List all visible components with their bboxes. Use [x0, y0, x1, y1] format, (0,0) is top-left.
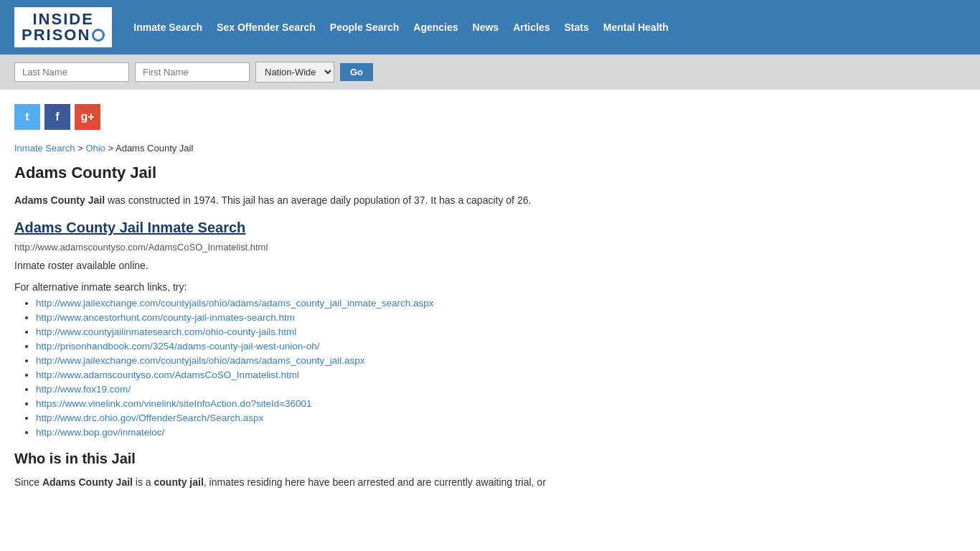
list-item: http://www.jailexchange.com/countyjails/… — [36, 297, 631, 309]
page-title: Adams County Jail — [14, 164, 631, 182]
alt-link-5[interactable]: http://www.jailexchange.com/countyjails/… — [36, 355, 365, 366]
alt-link-10[interactable]: http://www.bop.gov/inmateloc/ — [36, 427, 164, 438]
logo-prison-text: PRISON — [22, 27, 105, 43]
list-item: https://www.vinelink.com/vinelink/siteIn… — [36, 397, 631, 409]
breadcrumb-ohio[interactable]: Ohio — [85, 143, 105, 154]
nav-stats[interactable]: Stats — [565, 22, 589, 33]
nav-news[interactable]: News — [473, 22, 499, 33]
breadcrumb: Inmate Search > Ohio > Adams County Jail — [14, 143, 631, 154]
list-item: http://www.bop.gov/inmateloc/ — [36, 426, 631, 438]
nav-sex-offender-search[interactable]: Sex Offender Search — [217, 22, 316, 33]
nav-people-search[interactable]: People Search — [330, 22, 400, 33]
breadcrumb-separator2: > — [108, 143, 116, 154]
who-bold2: county jail — [154, 476, 204, 488]
list-item: http://www.fox19.com/ — [36, 383, 631, 395]
alt-link-7[interactable]: http://www.fox19.com/ — [36, 384, 131, 395]
list-item: http://www.jailexchange.com/countyjails/… — [36, 354, 631, 366]
alt-links-intro: For alternative inmate search links, try… — [14, 281, 631, 293]
alt-link-3[interactable]: http://www.countyjailinmatesearch.com/oh… — [36, 326, 296, 337]
breadcrumb-separator1: > — [77, 143, 85, 154]
who-text-start: Since — [14, 476, 42, 488]
alt-link-2[interactable]: http://www.ancestorhunt.com/county-jail-… — [36, 312, 295, 323]
roster-text: Inmate roster available online. — [14, 260, 631, 271]
logo-circle-icon — [92, 29, 105, 42]
site-logo[interactable]: INSIDE PRISON — [14, 7, 112, 47]
last-name-input[interactable] — [14, 62, 129, 82]
list-item: http://www.adamscountyso.com/AdamsCoSO_I… — [36, 369, 631, 380]
main-content: t f g+ Inmate Search > Ohio > Adams Coun… — [0, 90, 646, 505]
list-item: http://prisonhandbook.com/3254/adams-cou… — [36, 340, 631, 352]
description-bold: Adams County Jail — [14, 194, 105, 206]
facebook-icon[interactable]: f — [44, 104, 70, 130]
jail-description: Adams County Jail was constructed in 197… — [14, 192, 631, 208]
who-bold1: Adams County Jail — [42, 476, 133, 488]
breadcrumb-inmate-search[interactable]: Inmate Search — [14, 143, 75, 154]
alt-links-list: http://www.jailexchange.com/countyjails/… — [14, 297, 631, 438]
go-button[interactable]: Go — [340, 63, 373, 81]
nav-mental-health[interactable]: Mental Health — [603, 22, 669, 33]
alt-link-9[interactable]: http://www.drc.ohio.gov/OffenderSearch/S… — [36, 413, 263, 423]
inmate-url-text: http://www.adamscountyso.com/AdamsCoSO_I… — [14, 242, 631, 253]
who-section-text: Since Adams County Jail is a county jail… — [14, 474, 631, 490]
location-select[interactable]: Nation-Wide — [255, 62, 334, 83]
alt-link-8[interactable]: https://www.vinelink.com/vinelink/siteIn… — [36, 398, 312, 409]
list-item: http://www.drc.ohio.gov/OffenderSearch/S… — [36, 412, 631, 423]
who-text-middle: is a — [133, 476, 154, 488]
alt-link-1[interactable]: http://www.jailexchange.com/countyjails/… — [36, 298, 434, 309]
inmate-search-main-link[interactable]: Adams County Jail Inmate Search — [14, 220, 245, 235]
alt-link-6[interactable]: http://www.adamscountyso.com/AdamsCoSO_I… — [36, 369, 299, 380]
list-item: http://www.ancestorhunt.com/county-jail-… — [36, 311, 631, 323]
google-plus-icon[interactable]: g+ — [75, 104, 100, 130]
logo-inside-text: INSIDE — [33, 11, 94, 27]
first-name-input[interactable] — [135, 62, 250, 82]
description-text: was constructed in 1974. This jail has a… — [105, 194, 531, 206]
who-text-end: , inmates residing here have been arrest… — [204, 476, 546, 488]
inmate-search-link-section: Adams County Jail Inmate Search — [14, 220, 631, 236]
nav-articles[interactable]: Articles — [513, 22, 550, 33]
social-icons: t f g+ — [14, 104, 631, 130]
list-item: http://www.countyjailinmatesearch.com/oh… — [36, 326, 631, 337]
search-bar: Nation-Wide Go — [0, 55, 980, 90]
breadcrumb-current: Adams County Jail — [116, 143, 193, 154]
alt-link-4[interactable]: http://prisonhandbook.com/3254/adams-cou… — [36, 341, 319, 352]
nav-agencies[interactable]: Agencies — [413, 22, 458, 33]
twitter-icon[interactable]: t — [14, 104, 40, 130]
site-header: INSIDE PRISON Inmate Search Sex Offender… — [0, 0, 980, 55]
who-section-title: Who is in this Jail — [14, 451, 631, 467]
nav-inmate-search[interactable]: Inmate Search — [133, 22, 202, 33]
main-nav: Inmate Search Sex Offender Search People… — [133, 22, 668, 33]
